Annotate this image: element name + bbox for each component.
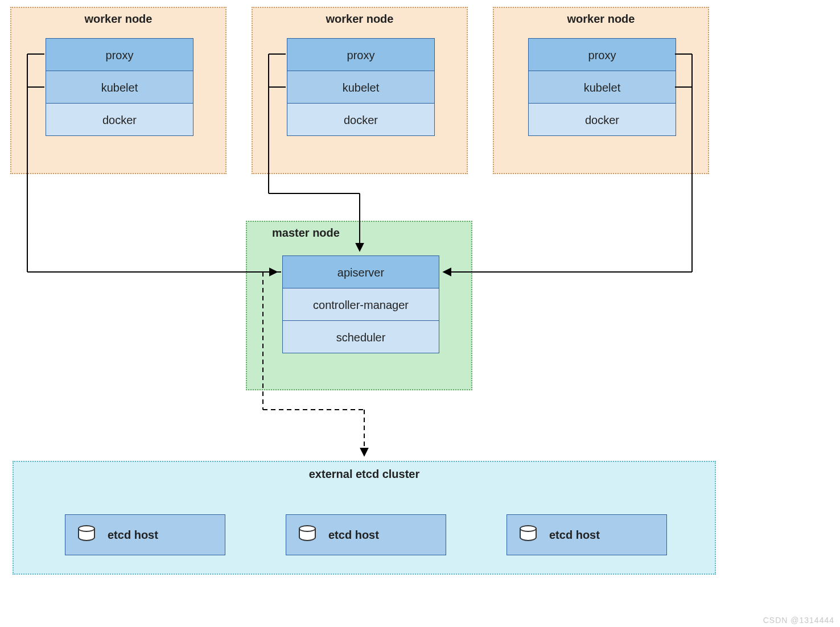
worker-node-2-stack: proxy kubelet docker: [287, 39, 435, 136]
master-node-title: master node: [247, 226, 471, 240]
etcd-host-2: etcd host: [286, 514, 446, 555]
worker-node-1-stack: proxy kubelet docker: [46, 39, 193, 136]
worker-node-1-title: worker node: [11, 13, 225, 26]
worker-node-2-title: worker node: [253, 13, 467, 26]
database-icon: [299, 525, 316, 544]
worker-3-docker: docker: [528, 103, 676, 136]
master-controller-manager: controller-manager: [282, 288, 439, 321]
worker-3-kubelet: kubelet: [528, 71, 676, 104]
architecture-diagram: worker node proxy kubelet docker worker …: [0, 0, 840, 627]
worker-2-kubelet: kubelet: [287, 71, 435, 104]
etcd-host-1-label: etcd host: [108, 529, 158, 542]
worker-node-2: worker node proxy kubelet docker: [252, 7, 468, 174]
etcd-host-1: etcd host: [65, 514, 225, 555]
watermark: CSDN @1314444: [763, 616, 834, 625]
worker-2-proxy: proxy: [287, 38, 435, 71]
master-scheduler: scheduler: [282, 320, 439, 353]
worker-node-3: worker node proxy kubelet docker: [493, 7, 709, 174]
etcd-cluster: external etcd cluster etcd host etcd hos…: [13, 461, 716, 575]
worker-1-kubelet: kubelet: [46, 71, 193, 104]
worker-2-docker: docker: [287, 103, 435, 136]
etcd-cluster-title: external etcd cluster: [14, 468, 715, 481]
master-node: master node apiserver controller-manager…: [246, 221, 472, 390]
worker-3-proxy: proxy: [528, 38, 676, 71]
worker-node-3-stack: proxy kubelet docker: [528, 39, 676, 136]
master-node-stack: apiserver controller-manager scheduler: [282, 256, 439, 353]
worker-node-1: worker node proxy kubelet docker: [10, 7, 227, 174]
master-apiserver: apiserver: [282, 255, 439, 288]
database-icon: [520, 525, 537, 544]
worker-1-docker: docker: [46, 103, 193, 136]
etcd-host-2-label: etcd host: [328, 529, 379, 542]
etcd-host-3-label: etcd host: [549, 529, 600, 542]
worker-1-proxy: proxy: [46, 38, 193, 71]
worker-node-3-title: worker node: [494, 13, 708, 26]
database-icon: [78, 525, 95, 544]
etcd-host-3: etcd host: [507, 514, 667, 555]
